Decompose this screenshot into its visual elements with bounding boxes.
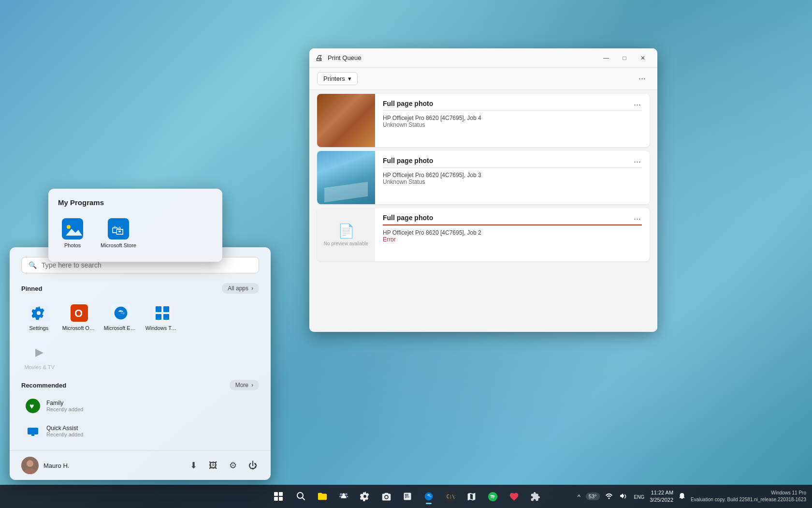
- dropdown-chevron-icon: ▾: [348, 75, 351, 82]
- svg-point-22: [345, 493, 348, 495]
- job4-status: Unknown Status: [383, 121, 642, 128]
- pinned-app-movies[interactable]: ▶ Movies & TV: [21, 339, 58, 374]
- user-info[interactable]: Mauro H.: [21, 457, 69, 474]
- settings-taskbar-button[interactable]: [356, 487, 374, 506]
- photos-label: Photos: [64, 242, 81, 248]
- svg-point-12: [27, 460, 33, 467]
- recent-header: Recommended More ›: [21, 380, 259, 390]
- explorer-taskbar-button[interactable]: [313, 487, 332, 506]
- job2-thumbnail: 📄 No preview available: [317, 208, 375, 261]
- svg-rect-4: [156, 314, 161, 320]
- my-program-photos[interactable]: Photos: [58, 214, 87, 252]
- downloads-button[interactable]: ⬇: [188, 458, 199, 473]
- user-avatar: [21, 457, 39, 474]
- edge-taskbar-button[interactable]: [420, 487, 438, 506]
- sys-tray-expand-button[interactable]: ^: [576, 492, 582, 501]
- svg-rect-9: [28, 428, 38, 434]
- puzzle-taskbar-button[interactable]: [526, 487, 544, 506]
- pictures-button[interactable]: 🖼: [207, 459, 219, 473]
- svg-rect-5: [163, 314, 169, 320]
- more-chevron-icon: ›: [251, 382, 253, 388]
- pinned-app-edge-label: Microsoft Edge: [104, 325, 138, 331]
- window-toolbar: Printers ▾ ···: [309, 68, 657, 90]
- no-preview-container: 📄 No preview available: [317, 208, 375, 261]
- power-button[interactable]: ⏻: [246, 459, 259, 473]
- no-preview-text: No preview available: [324, 241, 368, 246]
- more-button[interactable]: More ›: [230, 380, 259, 390]
- all-apps-button[interactable]: All apps ›: [222, 283, 259, 294]
- print-queue-window[interactable]: 🖨 Print Queue — □ ✕ Printers ▾ ··· Full …: [309, 48, 657, 332]
- my-program-microsoft-store[interactable]: 🛍 Microsoft Store: [97, 214, 140, 252]
- svg-point-24: [385, 495, 387, 498]
- notification-button[interactable]: [677, 492, 687, 502]
- job3-more-button[interactable]: ···: [631, 156, 644, 168]
- pinned-app-windows-tools[interactable]: Windows Tools: [144, 299, 181, 335]
- printers-dropdown[interactable]: Printers ▾: [317, 72, 358, 85]
- pinned-section: Pinned All apps › Settings: [21, 283, 259, 374]
- svg-point-15: [67, 225, 71, 229]
- os-info: Windows 11 Pro Evaluation copy. Build 22…: [691, 490, 806, 503]
- job4-more-button[interactable]: ···: [631, 99, 644, 111]
- weather-badge[interactable]: 53°: [586, 493, 600, 500]
- quick-assist-info: Quick Assist Recently added: [46, 425, 255, 437]
- spotify-taskbar-button[interactable]: [483, 487, 502, 506]
- pinned-app-edge[interactable]: Microsoft Edge: [102, 299, 140, 335]
- maps-taskbar-button[interactable]: [462, 487, 480, 506]
- job2-more-button[interactable]: ···: [631, 213, 644, 225]
- job2-title: Full page photo: [383, 214, 642, 222]
- svg-rect-3: [163, 306, 169, 312]
- pinned-app-settings[interactable]: Settings: [21, 299, 57, 335]
- pinned-app-office-label: Microsoft Office: [62, 325, 96, 331]
- my-programs-grid: Photos 🛍 Microsoft Store: [58, 214, 213, 252]
- job4-info: Full page photo HP Officejet Pro 8620 [4…: [375, 94, 650, 147]
- recent-item-quick-assist[interactable]: Quick Assist Recently added: [21, 419, 259, 443]
- language-label[interactable]: ENG: [633, 492, 646, 501]
- search-icon: 🔍: [29, 261, 37, 269]
- camera-taskbar-button[interactable]: [377, 487, 395, 506]
- print-job-4: Full page photo HP Officejet Pro 8620 [4…: [317, 94, 650, 147]
- time-display: 11:22 AM: [650, 489, 673, 496]
- volume-icon[interactable]: [618, 491, 629, 502]
- printer-icon: 🖨: [315, 54, 323, 62]
- pinned-header: Pinned All apps ›: [21, 283, 259, 294]
- my-programs-popup: My Programs Photos 🛍 Microsoft Store: [48, 189, 222, 262]
- minimize-button[interactable]: —: [597, 51, 615, 65]
- taskbar-center: C:\>: [268, 487, 544, 506]
- job2-divider-error: [383, 224, 642, 225]
- recent-item-family[interactable]: ♥ Family Recently added: [21, 394, 259, 418]
- clock-display[interactable]: 11:22 AM 3/25/2022: [650, 489, 673, 504]
- print-queue-content: Full page photo HP Officejet Pro 8620 [4…: [309, 90, 657, 332]
- svg-text:♥: ♥: [29, 402, 34, 410]
- job3-info: Full page photo HP Officejet Pro 8620 [4…: [375, 151, 650, 204]
- teams-taskbar-button[interactable]: [334, 487, 353, 506]
- temperature-label: 53°: [589, 493, 597, 499]
- job4-divider: [383, 110, 642, 111]
- job2-printer: HP Officejet Pro 8620 [4C7695], Job 2: [383, 229, 642, 236]
- close-button[interactable]: ✕: [634, 51, 652, 65]
- calculator-taskbar-button[interactable]: [398, 487, 417, 506]
- search-input[interactable]: [42, 261, 252, 269]
- job3-status: Unknown Status: [383, 179, 642, 185]
- terminal-taskbar-button[interactable]: C:\>: [441, 487, 459, 506]
- toolbar-more-button[interactable]: ···: [635, 72, 650, 86]
- pinned-app-office[interactable]: O Microsoft Office: [60, 299, 98, 335]
- quick-assist-icon: [25, 423, 41, 439]
- job2-status-error: Error: [383, 236, 642, 243]
- svg-rect-2: [156, 306, 161, 312]
- pinned-title: Pinned: [21, 285, 42, 292]
- job4-printer: HP Officejet Pro 8620 [4C7695], Job 4: [383, 115, 642, 121]
- footer-settings-button[interactable]: ⚙: [227, 458, 239, 473]
- search-taskbar-button[interactable]: [292, 487, 310, 506]
- family-icon: ♥: [25, 398, 41, 414]
- recent-items-list: ♥ Family Recently added: [21, 394, 259, 443]
- all-apps-label: All apps: [228, 285, 248, 292]
- network-icon[interactable]: [604, 491, 614, 502]
- start-menu-footer: Mauro H. ⬇ 🖼 ⚙ ⏻: [10, 450, 271, 480]
- svg-point-28: [608, 497, 609, 499]
- family-name: Family: [46, 400, 255, 406]
- hearts-taskbar-button[interactable]: [505, 487, 523, 506]
- quick-assist-sub: Recently added: [46, 432, 255, 437]
- maximize-button[interactable]: □: [616, 51, 633, 65]
- start-button[interactable]: [268, 488, 289, 505]
- svg-point-23: [340, 493, 342, 495]
